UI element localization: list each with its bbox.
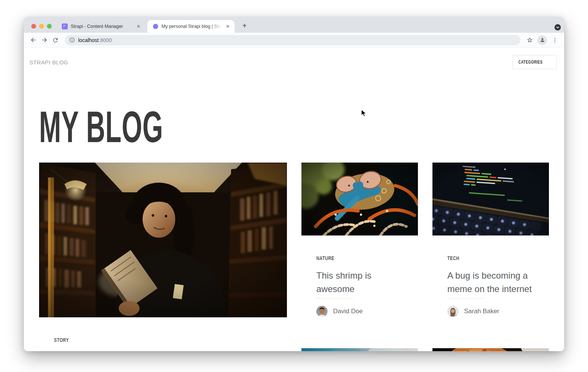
post-title[interactable]: This shrimp is awesome	[316, 269, 403, 296]
close-tab-icon[interactable]: ✕	[135, 24, 141, 29]
divider	[316, 298, 354, 298]
post-card-story[interactable]: STORY	[39, 163, 287, 351]
ocean-photo[interactable]	[301, 348, 418, 351]
back-button[interactable]	[28, 35, 39, 46]
post-title[interactable]: A bug is becoming a meme on the internet	[447, 269, 534, 296]
url-port: :8000	[99, 37, 112, 43]
author-row: David Doe	[316, 306, 403, 317]
post-card-nature[interactable]: NATURE This shrimp is awesome	[301, 163, 418, 332]
address-bar[interactable]: localhost:8000	[65, 35, 520, 45]
card-body: NATURE This shrimp is awesome	[301, 235, 418, 332]
category-label: TECH	[447, 255, 459, 261]
post-card-partial-ocean[interactable]	[301, 348, 418, 351]
new-tab-button[interactable]: +	[240, 21, 249, 31]
blog-favicon	[153, 23, 159, 29]
laptop-code-photo[interactable]	[432, 163, 549, 235]
browser-window: Strapi - Content Manager ✕ My personal S…	[24, 17, 564, 351]
post-card-partial-food[interactable]	[432, 348, 549, 351]
reload-button[interactable]	[50, 35, 61, 46]
chevron-down-icon	[556, 26, 559, 29]
mouse-cursor	[361, 109, 367, 119]
categories-button[interactable]: CATEGORIES	[512, 55, 557, 69]
grid-column-2: NATURE This shrimp is awesome	[301, 163, 418, 351]
minimize-window-button[interactable]	[39, 24, 44, 29]
author-row: Sarah Baker	[447, 306, 534, 317]
card-body: TECH A bug is becoming a meme on the int…	[432, 235, 549, 332]
page-title: MY BLOG	[39, 105, 549, 149]
post-card-tech[interactable]: TECH A bug is becoming a meme on the int…	[432, 163, 549, 332]
category-label: STORY	[54, 337, 69, 343]
profile-button[interactable]	[537, 35, 547, 45]
tab-strapi-content-manager[interactable]: Strapi - Content Manager ✕	[57, 20, 145, 33]
site-brand-link[interactable]: STRAPI BLOG	[29, 59, 68, 65]
blog-page: STRAPI BLOG CATEGORIES MY BLOG	[24, 48, 564, 351]
avatar-david	[316, 306, 327, 317]
site-header: STRAPI BLOG CATEGORIES	[29, 55, 557, 69]
categories-button-label: CATEGORIES	[518, 60, 543, 65]
tab-search-button[interactable]	[555, 24, 561, 31]
back-icon	[30, 36, 37, 44]
tab-title: Strapi - Content Manager	[71, 24, 132, 29]
food-photo[interactable]	[432, 348, 549, 351]
kebab-menu-icon	[552, 37, 558, 43]
library-photo[interactable]	[39, 163, 287, 317]
reload-icon	[52, 37, 59, 44]
browser-menu-button[interactable]	[549, 35, 560, 46]
post-grid: STORY	[39, 163, 549, 351]
forward-button[interactable]	[39, 35, 50, 46]
tab-my-personal-strapi-blog[interactable]: My personal Strapi blog | Strap ✕	[147, 20, 234, 33]
forward-icon	[41, 36, 48, 44]
tab-strip: Strapi - Content Manager ✕ My personal S…	[24, 17, 564, 33]
grid-column-1: STORY	[39, 163, 287, 351]
traffic-lights	[31, 24, 52, 29]
profile-icon	[540, 37, 545, 43]
tab-title: My personal Strapi blog | Strap	[162, 24, 222, 29]
url-text: localhost:8000	[78, 37, 112, 43]
bookmark-button[interactable]	[524, 35, 535, 46]
browser-toolbar: localhost:8000	[24, 33, 564, 48]
card-body: STORY	[39, 317, 287, 351]
shrimp-photo[interactable]	[301, 163, 418, 235]
close-tab-icon[interactable]: ✕	[225, 24, 231, 29]
star-icon	[526, 36, 533, 44]
grid-column-3: TECH A bug is becoming a meme on the int…	[432, 163, 549, 351]
zoom-window-button[interactable]	[47, 24, 52, 29]
strapi-favicon	[62, 23, 68, 29]
url-host: localhost	[78, 37, 99, 43]
category-label: NATURE	[316, 255, 334, 261]
avatar-sarah	[447, 306, 458, 317]
close-window-button[interactable]	[31, 24, 36, 29]
author-name: Sarah Baker	[464, 308, 499, 315]
divider	[447, 298, 485, 298]
info-icon	[69, 37, 75, 43]
author-name: David Doe	[333, 308, 362, 315]
